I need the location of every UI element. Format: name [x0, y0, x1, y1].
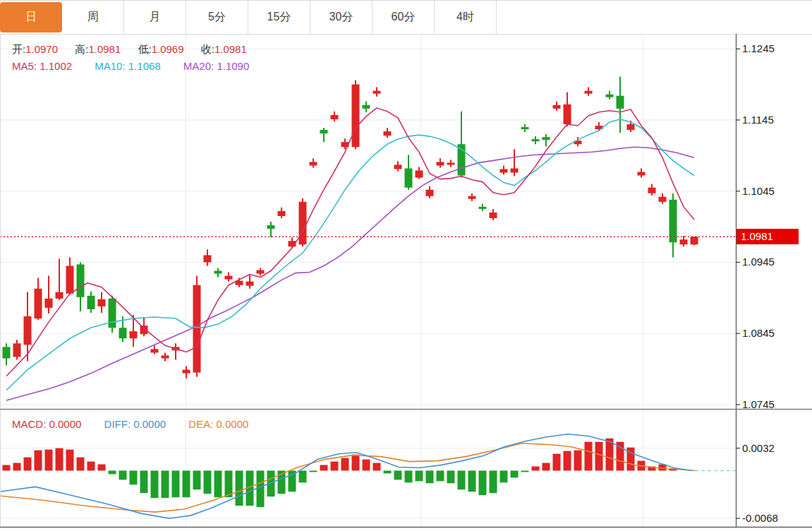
macd-bar	[521, 471, 529, 472]
macd-bar	[511, 471, 519, 478]
candle-body	[691, 237, 698, 244]
macd-bar	[13, 463, 21, 471]
candle-body	[119, 328, 127, 338]
candle-body	[627, 124, 635, 130]
tab-60min[interactable]: 60分	[372, 1, 435, 34]
candle-body	[606, 95, 614, 97]
candle-body	[257, 270, 265, 274]
macd-bar	[98, 465, 106, 471]
candle-body	[278, 211, 286, 216]
candle-body	[426, 190, 434, 196]
tab-month[interactable]: 月	[124, 1, 186, 34]
macd-bar	[257, 471, 265, 508]
candle-body	[447, 162, 455, 165]
ma5-line	[6, 108, 694, 376]
macd-bar	[172, 471, 180, 498]
macd-bar	[585, 442, 593, 471]
candle-body	[500, 169, 508, 172]
candle-body	[543, 137, 550, 140]
macd-value: 0.0000	[49, 418, 82, 430]
candle-body	[151, 349, 159, 352]
candle-body	[183, 370, 190, 374]
macd-bar	[490, 471, 497, 494]
macd-bar	[56, 448, 63, 471]
candle-body	[162, 355, 169, 358]
macd-bar	[109, 471, 116, 475]
tab-15min[interactable]: 15分	[248, 1, 310, 34]
macd-bar	[119, 471, 127, 480]
low-value: 1.0969	[152, 43, 184, 55]
candle-body	[320, 130, 328, 133]
macd-histogram-layer	[3, 438, 677, 507]
macd-bar	[532, 467, 540, 471]
candle-body	[648, 188, 656, 193]
macd-bar	[225, 471, 233, 498]
close-value: 1.0981	[214, 43, 247, 55]
macd-bar	[193, 471, 201, 490]
y-axis-tick-label: 1.1245	[742, 42, 775, 54]
candle-body	[373, 91, 381, 94]
candle-body	[225, 276, 233, 280]
tab-30min[interactable]: 30分	[310, 1, 372, 34]
macd-bar	[574, 451, 582, 471]
candle-body	[24, 316, 32, 345]
candle-body	[532, 139, 540, 141]
candle-body	[140, 326, 148, 334]
ma20-value: 1.1090	[217, 60, 249, 72]
tab-week[interactable]: 周	[62, 1, 124, 34]
macd-label: MACD:	[12, 418, 46, 430]
candle-body	[352, 85, 360, 148]
macd-bar	[500, 471, 508, 483]
open-value: 1.0970	[25, 43, 58, 55]
macd-bar	[553, 454, 561, 471]
macd-bar	[140, 471, 148, 494]
candle-body	[416, 170, 423, 177]
macd-bar	[66, 450, 74, 471]
macd-bar	[394, 471, 402, 480]
ma10-value: 1.1068	[128, 60, 161, 72]
macd-bar	[130, 471, 138, 485]
dea-label: DEA:	[188, 418, 213, 430]
candle-body	[13, 343, 21, 357]
y-axis-tick-label: 1.0745	[742, 398, 775, 410]
high-label: 高:	[75, 43, 88, 56]
ma5-label: MA5:	[12, 60, 37, 72]
candle-body	[130, 331, 138, 338]
macd-bar	[341, 458, 349, 471]
candle-body	[564, 105, 571, 124]
macd-bar	[405, 471, 413, 483]
ma20-label: MA20:	[183, 60, 214, 72]
candle-body	[87, 296, 95, 309]
candle-body	[310, 162, 317, 165]
close-label: 收:	[201, 43, 214, 56]
open-label: 开:	[12, 43, 25, 56]
candle-body	[585, 91, 593, 94]
timeframe-tabbar: 日 周 月 5分 15分 30分 60分 4时	[0, 1, 812, 34]
candle-body	[35, 289, 42, 318]
chart-canvas[interactable]	[0, 1, 812, 531]
last-price-badge: 1.0981	[737, 229, 799, 244]
candle-body	[669, 200, 677, 242]
macd-bar	[310, 471, 317, 472]
candle-body	[98, 299, 106, 306]
tab-5min[interactable]: 5分	[186, 1, 248, 34]
tab-day[interactable]: 日	[0, 2, 62, 32]
candle-body	[204, 255, 212, 262]
macd-bar	[543, 463, 550, 471]
diff-value: 0.0000	[133, 418, 166, 430]
candle-body	[638, 172, 646, 175]
macd-bar	[151, 471, 159, 499]
high-value: 1.0981	[88, 43, 121, 55]
macd-bar	[24, 458, 32, 471]
y-axis-tick-label: 1.1045	[742, 185, 775, 197]
candle-body	[521, 127, 529, 129]
candles-layer	[3, 76, 698, 378]
candle-body	[384, 131, 392, 136]
y-axis-tick-label: 1.0945	[742, 256, 775, 268]
low-label: 低:	[138, 43, 151, 56]
tab-4hour[interactable]: 4时	[435, 1, 497, 34]
candle-body	[511, 168, 519, 172]
macd-bar	[416, 471, 423, 482]
macd-bar	[87, 462, 95, 471]
ma10-line	[6, 119, 694, 390]
